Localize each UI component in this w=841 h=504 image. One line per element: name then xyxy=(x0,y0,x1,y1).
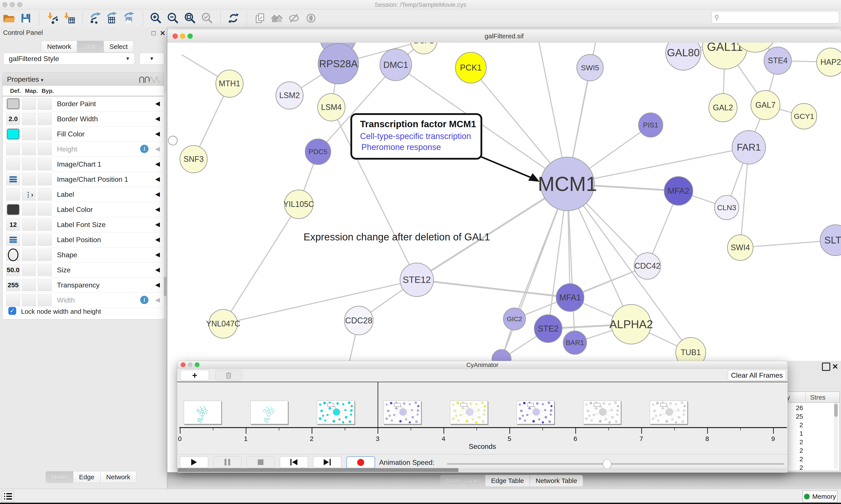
expand-property-icon[interactable]: ◀ xyxy=(155,115,160,122)
bypass-cell[interactable] xyxy=(38,294,52,306)
network-node-MFA2[interactable]: MFA2 xyxy=(664,176,693,205)
mapping-cell[interactable] xyxy=(22,128,36,140)
mapping-cell[interactable]: ⋮› xyxy=(22,188,36,201)
bypass-cell[interactable] xyxy=(38,158,52,170)
annotation-box[interactable]: Transcription factor MCM1 Cell-type-spec… xyxy=(351,113,482,160)
network-node-ALPHA2[interactable]: ALPHA2 xyxy=(611,304,651,344)
network-node-GAL7[interactable]: GAL7 xyxy=(751,90,780,120)
animation-speed-slider-thumb[interactable] xyxy=(603,459,611,469)
info-icon[interactable]: i xyxy=(140,145,148,153)
mapping-cell[interactable] xyxy=(22,113,36,125)
network-node-LSM2[interactable]: LSM2 xyxy=(275,82,304,109)
mapping-cell[interactable] xyxy=(22,264,36,276)
network-node-SNF3[interactable]: SNF3 xyxy=(180,145,208,173)
mapping-cell[interactable] xyxy=(22,234,36,246)
bypass-cell[interactable] xyxy=(38,128,52,140)
frame-thumbnail-1[interactable] xyxy=(250,401,288,424)
network-node-MFA1[interactable]: MFA1 xyxy=(556,283,584,312)
zoom-out-button[interactable] xyxy=(166,12,180,25)
float-panel-icon[interactable]: □ xyxy=(151,29,156,37)
task-history-button[interactable] xyxy=(2,491,14,502)
import-table-button[interactable] xyxy=(62,12,76,25)
tab-edge-table[interactable]: Edge Table xyxy=(485,475,530,487)
network-node-CLN3[interactable]: CLN3 xyxy=(714,195,739,220)
bypass-cell[interactable] xyxy=(38,188,52,201)
default-value-cell[interactable] xyxy=(6,234,20,246)
bypass-cell[interactable] xyxy=(38,249,52,261)
bypass-cell[interactable] xyxy=(38,143,52,155)
tab-network-table[interactable]: Network Table xyxy=(530,475,583,487)
bypass-cell[interactable] xyxy=(38,264,52,276)
tab-node-table[interactable]: Node Table xyxy=(440,475,485,487)
open-folder-button[interactable] xyxy=(2,12,16,25)
network-node-CDC28[interactable]: CDC28 xyxy=(344,306,373,335)
mapping-cell[interactable] xyxy=(22,279,36,291)
style-selector[interactable]: galFiltered Style ▼ xyxy=(3,53,135,65)
mapping-cell[interactable] xyxy=(22,143,36,155)
tab-style[interactable]: Style xyxy=(77,41,104,53)
table-scrollbar[interactable] xyxy=(834,403,838,469)
lock-node-size-checkbox[interactable]: ✓ xyxy=(8,307,16,315)
play-button[interactable] xyxy=(180,456,208,468)
default-value-cell[interactable]: 12 xyxy=(6,218,20,231)
bypass-cell[interactable] xyxy=(38,203,52,216)
import-network-button[interactable] xyxy=(45,12,59,25)
timeline-playhead[interactable] xyxy=(378,382,378,428)
default-value-cell[interactable] xyxy=(6,158,20,170)
expand-property-icon[interactable]: ◀ xyxy=(155,100,160,107)
save-button[interactable] xyxy=(19,12,33,25)
tab-network[interactable]: Network xyxy=(100,471,136,483)
network-node-BAR1[interactable]: BAR1 xyxy=(563,330,587,355)
bypass-cell[interactable] xyxy=(38,113,52,125)
frame-thumbnail-5[interactable] xyxy=(517,401,554,424)
tab-select[interactable]: Select xyxy=(104,41,133,53)
network-node-EDGE1[interactable] xyxy=(168,136,178,145)
memory-button[interactable]: Memory xyxy=(803,490,838,503)
network-node-MCM1[interactable]: MCM1 xyxy=(540,157,595,211)
frame-thumbnail-0[interactable] xyxy=(184,401,221,424)
close-panel-icon[interactable]: ✕ xyxy=(832,362,838,371)
animation-speed-slider[interactable] xyxy=(447,463,784,465)
eye-button[interactable] xyxy=(304,12,318,25)
timeline-scrollbar[interactable] xyxy=(178,468,787,472)
network-node-YNL047C[interactable]: YNL047C xyxy=(209,309,238,339)
mapping-cell[interactable] xyxy=(22,98,36,110)
network-node-GIC2[interactable]: GIC2 xyxy=(503,308,526,330)
mapping-cell[interactable] xyxy=(22,249,36,261)
mapping-cell[interactable] xyxy=(22,218,36,231)
network-node-DMC1[interactable]: DMC1 xyxy=(379,49,412,81)
default-value-cell[interactable] xyxy=(6,188,20,201)
expand-property-icon[interactable]: ◀ xyxy=(155,175,160,183)
mapping-cell[interactable] xyxy=(22,294,36,306)
default-value-cell[interactable] xyxy=(6,128,20,140)
cyanimator-title-bar[interactable]: CyAnimator xyxy=(177,361,788,369)
copy-button[interactable] xyxy=(253,12,267,25)
frames-timeline[interactable] xyxy=(177,382,788,435)
frame-thumbnail-2[interactable] xyxy=(317,401,355,424)
network-window-title-bar[interactable]: galFiltered.sif xyxy=(167,30,841,43)
default-value-cell[interactable]: 255 xyxy=(6,279,20,291)
eye-slash-button[interactable] xyxy=(287,12,301,25)
network-node-SWI4[interactable]: SWI4 xyxy=(727,234,753,261)
network-node-STE2[interactable]: STE2 xyxy=(534,314,562,343)
export-image-button[interactable] xyxy=(123,12,137,25)
tab-node[interactable]: Node xyxy=(46,471,73,483)
search-input[interactable] xyxy=(719,14,839,21)
expand-property-icon[interactable]: ◀ xyxy=(155,296,160,303)
network-node-FAR1[interactable]: FAR1 xyxy=(732,130,766,164)
network-node-SWI5[interactable]: SWI5 xyxy=(576,54,604,81)
expand-property-icon[interactable]: ◀ xyxy=(155,236,160,243)
default-value-cell[interactable] xyxy=(6,294,20,306)
collapse-all-icon[interactable]: ⋀⋀ xyxy=(149,75,159,83)
default-value-cell[interactable] xyxy=(6,249,20,261)
expand-property-icon[interactable]: ◀ xyxy=(155,130,160,137)
style-options-button[interactable]: ▼ xyxy=(139,53,164,65)
network-node-STE12[interactable]: STE12 xyxy=(400,263,434,297)
pause-button[interactable] xyxy=(213,456,241,468)
expand-all-icon[interactable]: ⋂⋂ xyxy=(139,75,150,83)
expand-property-icon[interactable]: ◀ xyxy=(155,266,160,273)
network-node-PIS1[interactable]: PIS1 xyxy=(638,112,663,138)
tab-edge[interactable]: Edge xyxy=(73,471,100,483)
default-value-cell[interactable] xyxy=(6,143,20,155)
network-node-PCK1[interactable]: PCK1 xyxy=(455,52,487,84)
